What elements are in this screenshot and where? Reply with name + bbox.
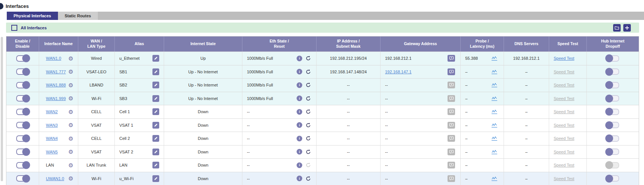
enable-toggle[interactable] (16, 135, 29, 142)
edit-alias-icon[interactable] (152, 149, 159, 155)
latency-chart-icon[interactable] (491, 149, 498, 155)
interface-name-link[interactable]: UWAN1.0 (46, 176, 64, 181)
speed-test-link[interactable]: Speed Test (554, 176, 574, 181)
gateway-address-text[interactable]: 192.168.147.1 (385, 70, 411, 74)
edit-alias-icon[interactable] (152, 82, 159, 88)
speed-test-link[interactable]: Speed Test (554, 150, 574, 154)
tab-physical-interfaces[interactable]: Physical Interfaces (7, 12, 58, 20)
gear-icon[interactable]: ⚙ (69, 162, 73, 168)
latency-chart-icon[interactable] (491, 109, 498, 114)
enable-toggle[interactable] (16, 55, 29, 62)
enable-toggle[interactable] (16, 68, 29, 75)
enable-toggle[interactable] (16, 162, 29, 168)
interface-name-link[interactable]: WAN2 (46, 109, 58, 114)
gear-icon[interactable]: ⚙ (69, 56, 73, 61)
gear-icon[interactable]: ⚙ (69, 96, 73, 101)
interface-name-link[interactable]: WAN5 (46, 150, 58, 154)
enable-toggle[interactable] (16, 109, 29, 115)
enable-toggle[interactable] (16, 175, 29, 182)
speed-test-link[interactable]: Speed Test (554, 136, 574, 141)
reset-icon[interactable] (306, 149, 311, 155)
latency-chart-icon[interactable] (491, 96, 498, 101)
hub-dropoff-toggle[interactable] (606, 175, 619, 182)
latency-chart-icon[interactable] (491, 56, 498, 61)
gear-icon[interactable]: ⚙ (69, 122, 73, 128)
edit-alias-icon[interactable] (152, 95, 159, 102)
gear-icon[interactable]: ⚙ (69, 149, 73, 155)
reset-icon[interactable] (306, 176, 311, 181)
speed-test-link[interactable]: Speed Test (554, 56, 574, 61)
interface-name-link[interactable]: WAN4 (46, 136, 58, 141)
edit-alias-icon[interactable] (152, 135, 159, 142)
reset-icon[interactable] (306, 82, 311, 88)
speed-test-link[interactable]: Speed Test (554, 96, 574, 101)
speed-test-link[interactable]: Speed Test (554, 109, 574, 114)
reset-icon[interactable] (306, 96, 311, 101)
add-interface-button[interactable] (623, 24, 631, 32)
gear-icon[interactable]: ⚙ (69, 69, 73, 74)
speed-test-link[interactable]: Speed Test (554, 163, 574, 167)
edit-alias-icon[interactable] (152, 108, 159, 115)
speed-test-link[interactable]: Speed Test (554, 123, 574, 127)
enable-toggle[interactable] (16, 149, 29, 155)
hub-dropoff-toggle[interactable] (606, 82, 619, 88)
latency-chart-icon[interactable] (491, 82, 498, 88)
hub-dropoff-toggle[interactable] (606, 122, 619, 128)
info-icon[interactable]: i (297, 82, 302, 88)
edit-alias-icon[interactable] (152, 175, 159, 182)
edit-alias-icon[interactable] (152, 122, 159, 129)
reset-icon[interactable] (306, 123, 311, 128)
latency-chart-icon[interactable] (491, 136, 498, 141)
interface-name-link[interactable]: WAN1.999 (46, 96, 66, 101)
eth-icons: i (297, 122, 311, 128)
toggle-knob (22, 108, 30, 116)
info-icon[interactable]: i (297, 56, 302, 61)
interface-name-link[interactable]: WAN1.888 (46, 83, 66, 87)
speed-test-link[interactable]: Speed Test (554, 70, 574, 74)
info-icon[interactable]: i (297, 149, 302, 155)
hub-dropoff-toggle[interactable] (606, 68, 619, 75)
left-scrollbar[interactable] (1, 37, 3, 181)
hub-dropoff-toggle[interactable] (606, 95, 619, 102)
folder-icon-button[interactable] (613, 24, 621, 32)
probe-cell: – (461, 65, 504, 79)
hub-dropoff-toggle[interactable] (606, 109, 619, 115)
speed-test-link[interactable]: Speed Test (554, 83, 574, 87)
edit-alias-icon[interactable] (152, 162, 159, 168)
gear-icon[interactable]: ⚙ (69, 109, 73, 115)
interface-name-link[interactable]: WAN1.777 (46, 70, 66, 74)
latency-chart-icon[interactable] (491, 176, 498, 181)
col-alias: Alias (115, 36, 164, 52)
reset-icon[interactable] (306, 109, 311, 114)
info-icon[interactable]: i (297, 96, 302, 101)
info-icon[interactable]: i (297, 109, 302, 115)
latency-chart-icon[interactable] (491, 123, 498, 128)
info-icon[interactable]: i (297, 162, 302, 168)
enable-toggle[interactable] (16, 82, 29, 88)
latency-chart-icon[interactable] (491, 69, 498, 74)
reset-icon[interactable] (306, 136, 311, 141)
toggle-knob (22, 94, 30, 102)
gear-icon[interactable]: ⚙ (69, 176, 73, 181)
hub-dropoff-toggle[interactable] (606, 135, 619, 142)
interface-name-link[interactable]: WAN3 (46, 123, 58, 127)
enable-toggle[interactable] (16, 95, 29, 102)
tab-static-routes[interactable]: Static Routes (58, 12, 98, 20)
reset-icon[interactable] (306, 69, 311, 74)
enable-toggle[interactable] (16, 122, 29, 128)
info-icon[interactable]: i (297, 176, 302, 181)
interface-name-link[interactable]: WAN1.0 (46, 56, 61, 61)
info-icon[interactable]: i (297, 69, 302, 74)
info-icon[interactable]: i (297, 122, 302, 128)
gateway-ping-icon[interactable] (448, 68, 455, 75)
hub-dropoff-toggle[interactable] (606, 55, 619, 62)
gateway-ping-icon[interactable] (448, 55, 455, 62)
gear-icon[interactable]: ⚙ (69, 82, 73, 88)
edit-alias-icon[interactable] (152, 68, 159, 75)
all-interfaces-checkbox[interactable] (11, 25, 17, 31)
info-icon[interactable]: i (297, 136, 302, 141)
hub-dropoff-toggle[interactable] (606, 149, 619, 155)
edit-alias-icon[interactable] (152, 55, 159, 62)
gear-icon[interactable]: ⚙ (69, 136, 73, 141)
reset-icon[interactable] (306, 56, 311, 61)
